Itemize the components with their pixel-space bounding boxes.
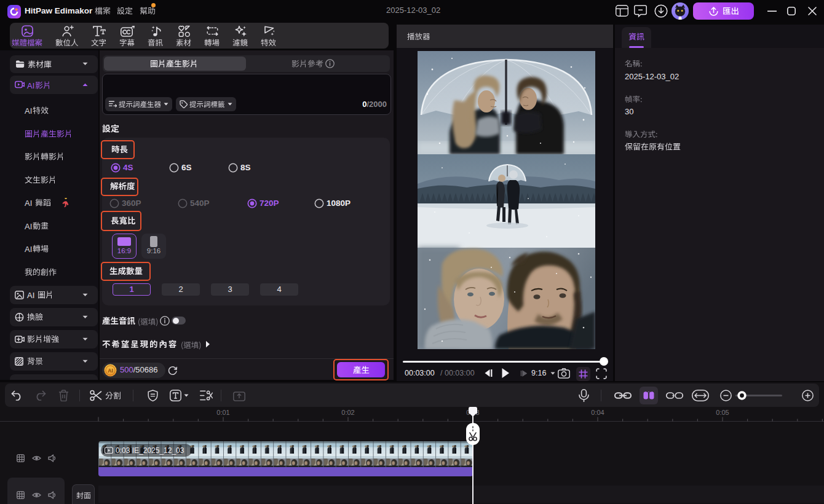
svg-text:AI: AI [108,368,113,374]
